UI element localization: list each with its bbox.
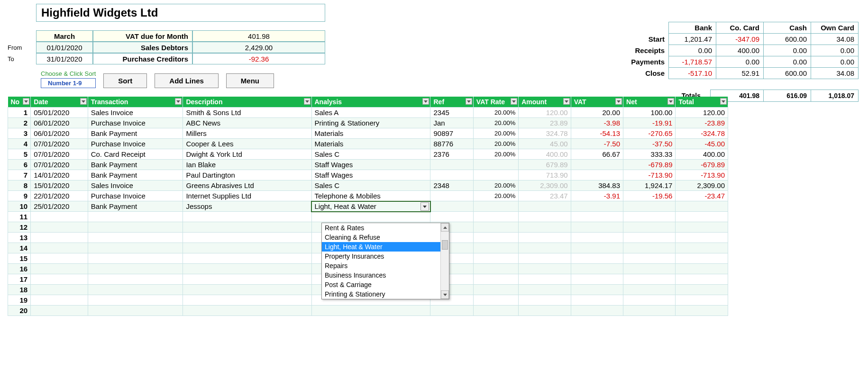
- cell-empty[interactable]: [31, 295, 88, 306]
- col-header-no[interactable]: No: [8, 97, 31, 108]
- cell-empty[interactable]: [676, 264, 728, 274]
- cell-empty[interactable]: [88, 222, 183, 233]
- cell-transaction[interactable]: Purchase Invoice: [88, 139, 183, 149]
- cell-empty[interactable]: [571, 285, 623, 295]
- cell-analysis[interactable]: Telephone & Mobiles: [311, 191, 430, 201]
- cell-empty[interactable]: [623, 243, 676, 253]
- cell-description[interactable]: Millers: [183, 128, 311, 139]
- cell-empty[interactable]: [623, 264, 676, 274]
- cell-empty[interactable]: [311, 306, 430, 316]
- cell-vat[interactable]: [571, 201, 623, 212]
- cell-analysis[interactable]: Materials: [311, 139, 430, 149]
- cell-description[interactable]: Dwight & York Ltd: [183, 149, 311, 160]
- cell-vat-rate[interactable]: [473, 170, 518, 180]
- cell-empty[interactable]: [183, 274, 311, 285]
- sort-type-selector[interactable]: Number 1-9: [41, 78, 96, 88]
- cell-empty[interactable]: [473, 295, 518, 306]
- cell-empty[interactable]: [88, 285, 183, 295]
- cell-empty[interactable]: [571, 212, 623, 222]
- cell-net[interactable]: -19.56: [623, 191, 676, 201]
- cell-analysis[interactable]: Sales A: [311, 108, 430, 118]
- cell-vat-rate[interactable]: 20.00%: [473, 191, 518, 201]
- sort-button[interactable]: Sort: [103, 73, 147, 88]
- col-header-net[interactable]: Net: [623, 97, 676, 108]
- cell-description[interactable]: ABC News: [183, 118, 311, 128]
- cell-total[interactable]: -45.00: [676, 139, 728, 149]
- cell-empty[interactable]: [519, 295, 571, 306]
- cell-total[interactable]: -324.78: [676, 128, 728, 139]
- cell-empty[interactable]: [88, 295, 183, 306]
- cell-ref[interactable]: [430, 201, 473, 212]
- filter-icon[interactable]: [304, 98, 311, 105]
- cell-transaction[interactable]: Bank Payment: [88, 201, 183, 212]
- filter-icon[interactable]: [563, 98, 570, 105]
- cell-empty[interactable]: [183, 285, 311, 295]
- col-header-total[interactable]: Total: [676, 97, 728, 108]
- cell-empty[interactable]: [571, 253, 623, 264]
- cell-date[interactable]: 07/01/2020: [31, 139, 88, 149]
- cell-empty[interactable]: [676, 274, 728, 285]
- cell-empty[interactable]: [31, 233, 88, 243]
- col-header-ref[interactable]: Ref: [430, 97, 473, 108]
- cell-description[interactable]: Greens Abrasives Ltd: [183, 180, 311, 191]
- cell-empty[interactable]: [676, 222, 728, 233]
- cell-description[interactable]: Smith & Sons Ltd: [183, 108, 311, 118]
- cell-empty[interactable]: [676, 285, 728, 295]
- filter-icon[interactable]: [720, 98, 727, 105]
- cell-ref[interactable]: 90897: [430, 128, 473, 139]
- cell-vat[interactable]: 66.67: [571, 149, 623, 160]
- cell-empty[interactable]: [571, 222, 623, 233]
- filter-icon[interactable]: [175, 98, 182, 105]
- scroll-up-icon[interactable]: [441, 223, 449, 232]
- cell-empty[interactable]: [623, 295, 676, 306]
- cell-analysis[interactable]: Staff Wages: [311, 170, 430, 180]
- cell-total[interactable]: 2,309.00: [676, 180, 728, 191]
- dropdown-item[interactable]: Light, Heat & Water: [322, 242, 449, 252]
- cell-empty[interactable]: [676, 253, 728, 264]
- cell-empty[interactable]: [623, 233, 676, 243]
- cell-vat[interactable]: [571, 170, 623, 180]
- cell-empty[interactable]: [623, 212, 676, 222]
- cell-analysis[interactable]: Sales C: [311, 180, 430, 191]
- cell-ref[interactable]: 88776: [430, 139, 473, 149]
- cell-date[interactable]: 06/01/2020: [31, 118, 88, 128]
- cell-net[interactable]: 100.00: [623, 108, 676, 118]
- dropdown-item[interactable]: Property Insurances: [322, 252, 449, 261]
- scroll-down-icon[interactable]: [441, 290, 449, 299]
- cell-vat-rate[interactable]: [473, 160, 518, 170]
- cell-description[interactable]: Cooper & Lees: [183, 139, 311, 149]
- cell-empty[interactable]: [473, 253, 518, 264]
- cell-vat[interactable]: [571, 160, 623, 170]
- cell-date[interactable]: 07/01/2020: [31, 160, 88, 170]
- cell-empty[interactable]: [519, 274, 571, 285]
- cell-empty[interactable]: [473, 233, 518, 243]
- col-header-amount[interactable]: Amount: [519, 97, 571, 108]
- cell-vat-rate[interactable]: 20.00%: [473, 108, 518, 118]
- cell-empty[interactable]: [571, 243, 623, 253]
- cell-empty[interactable]: [676, 233, 728, 243]
- cell-empty[interactable]: [473, 306, 518, 316]
- cell-empty[interactable]: [430, 306, 473, 316]
- analysis-dropdown[interactable]: Rent & RatesCleaning & RefuseLight, Heat…: [321, 223, 449, 299]
- cell-empty[interactable]: [31, 243, 88, 253]
- cell-ref[interactable]: 2348: [430, 180, 473, 191]
- cell-empty[interactable]: [88, 274, 183, 285]
- cell-net[interactable]: -37.50: [623, 139, 676, 149]
- cell-analysis[interactable]: Staff Wages: [311, 160, 430, 170]
- chevron-down-icon[interactable]: [420, 202, 429, 211]
- cell-net[interactable]: -19.91: [623, 118, 676, 128]
- filter-icon[interactable]: [466, 98, 472, 105]
- cell-description[interactable]: Ian Blake: [183, 160, 311, 170]
- cell-total[interactable]: [676, 201, 728, 212]
- cell-net[interactable]: 333.33: [623, 149, 676, 160]
- cell-net[interactable]: -713.90: [623, 170, 676, 180]
- cell-empty[interactable]: [676, 212, 728, 222]
- cell-amount[interactable]: 120.00: [519, 108, 571, 118]
- cell-ref[interactable]: 2345: [430, 108, 473, 118]
- cell-empty[interactable]: [676, 295, 728, 306]
- filter-icon[interactable]: [422, 98, 429, 105]
- dropdown-scrollbar[interactable]: [440, 223, 449, 299]
- cell-empty[interactable]: [519, 264, 571, 274]
- cell-date[interactable]: 14/01/2020: [31, 170, 88, 180]
- cell-transaction[interactable]: Purchase Invoice: [88, 118, 183, 128]
